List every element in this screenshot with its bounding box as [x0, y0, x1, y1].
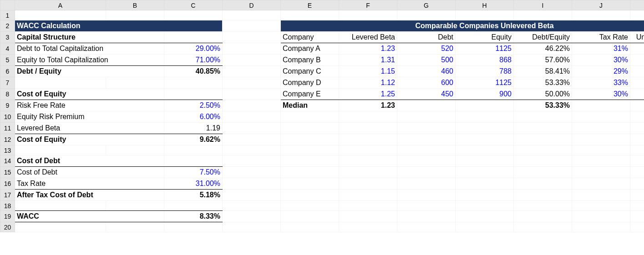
cell-h18[interactable] [456, 201, 514, 211]
comps-col-company[interactable]: Company [281, 32, 339, 43]
comp-a-ubeta[interactable]: 0.93 [630, 43, 644, 55]
cell-f20[interactable] [339, 222, 397, 232]
comp-e-debt[interactable]: 450 [397, 89, 456, 100]
median-de[interactable]: 53.33% [514, 100, 572, 111]
cell-j17[interactable] [572, 190, 630, 201]
cell-b13[interactable] [106, 145, 164, 155]
cell-f11[interactable] [339, 123, 397, 134]
wacc-label[interactable]: WACC [15, 211, 164, 222]
comp-b-de[interactable]: 57.60% [514, 55, 572, 66]
cell-g17[interactable] [397, 190, 456, 201]
comp-b-debt[interactable]: 500 [397, 55, 456, 66]
cell-j19[interactable] [572, 211, 630, 222]
cell-e19[interactable] [281, 211, 339, 222]
capstruct-heading[interactable]: Capital Structure [15, 32, 164, 43]
cell-h10[interactable] [456, 111, 514, 123]
cell-e14[interactable] [281, 155, 339, 167]
comp-b-tax[interactable]: 30% [572, 55, 630, 66]
cell-g11[interactable] [397, 123, 456, 134]
lb-label[interactable]: Levered Beta [15, 123, 164, 134]
row-header-3[interactable]: 3 [0, 32, 15, 43]
tax-val[interactable]: 31.00% [164, 178, 223, 190]
comp-d-debt[interactable]: 600 [397, 77, 456, 89]
cell-f16[interactable] [339, 178, 397, 190]
cell-a7[interactable] [15, 77, 106, 89]
cell-b20[interactable] [106, 222, 164, 232]
comp-e-equity[interactable]: 900 [456, 89, 514, 100]
cell-d16[interactable] [223, 178, 281, 190]
comp-e-name[interactable]: Company E [281, 89, 339, 100]
row-header-13[interactable]: 13 [0, 145, 15, 155]
col-header-h[interactable]: H [456, 0, 514, 10]
cell-i13[interactable] [514, 145, 572, 155]
cell-e17[interactable] [281, 190, 339, 201]
cell-h16[interactable] [456, 178, 514, 190]
comp-a-debt[interactable]: 520 [397, 43, 456, 55]
cell-i17[interactable] [514, 190, 572, 201]
comps-col-debt[interactable]: Debt [397, 32, 456, 43]
cell-f1[interactable] [339, 10, 397, 20]
row-header-8[interactable]: 8 [0, 89, 15, 100]
cell-j14[interactable] [572, 155, 630, 167]
cod-label[interactable]: Cost of Debt [15, 167, 164, 178]
cell-d17[interactable] [223, 190, 281, 201]
cell-k16[interactable] [630, 178, 644, 190]
comp-a-lbeta[interactable]: 1.23 [339, 43, 397, 55]
comp-d-de[interactable]: 53.33% [514, 77, 572, 89]
cell-h20[interactable] [456, 222, 514, 232]
row-header-1[interactable]: 1 [0, 10, 15, 20]
wacc-val[interactable]: 8.33% [164, 211, 223, 222]
cell-k15[interactable] [630, 167, 644, 178]
comps-title[interactable]: Comparable Companies Unlevered Beta [281, 20, 644, 32]
comps-col-lbeta[interactable]: Levered Beta [339, 32, 397, 43]
cell-f15[interactable] [339, 167, 397, 178]
row-header-11[interactable]: 11 [0, 123, 15, 134]
cell-j18[interactable] [572, 201, 630, 211]
cell-a1[interactable] [15, 10, 106, 20]
row-header-16[interactable]: 16 [0, 178, 15, 190]
wacc-title[interactable]: WACC Calculation [15, 20, 223, 32]
cell-j16[interactable] [572, 178, 630, 190]
coe-label[interactable]: Cost of Equity [15, 134, 164, 145]
rfr-val[interactable]: 2.50% [164, 100, 223, 111]
cell-d10[interactable] [223, 111, 281, 123]
comp-e-tax[interactable]: 30% [572, 89, 630, 100]
cell-h11[interactable] [456, 123, 514, 134]
cell-h19[interactable] [456, 211, 514, 222]
cell-h13[interactable] [456, 145, 514, 155]
comp-c-name[interactable]: Company C [281, 66, 339, 77]
atcod-val[interactable]: 5.18% [164, 190, 223, 201]
comp-b-name[interactable]: Company B [281, 55, 339, 66]
col-header-e[interactable]: E [281, 0, 339, 10]
cell-d5[interactable] [223, 55, 281, 66]
comp-d-lbeta[interactable]: 1.12 [339, 77, 397, 89]
cell-d6[interactable] [223, 66, 281, 77]
cell-j10[interactable] [572, 111, 630, 123]
cell-i15[interactable] [514, 167, 572, 178]
row-header-17[interactable]: 17 [0, 190, 15, 201]
cell-f13[interactable] [339, 145, 397, 155]
cell-e18[interactable] [281, 201, 339, 211]
median-ubeta[interactable]: 0.93 [630, 100, 644, 111]
cell-a13[interactable] [15, 145, 106, 155]
comp-e-ubeta[interactable]: 0.93 [630, 89, 644, 100]
cell-e11[interactable] [281, 123, 339, 134]
cell-g12[interactable] [397, 134, 456, 145]
cell-j12[interactable] [572, 134, 630, 145]
spreadsheet-grid[interactable]: A B C D E F G H I J K 1 2 WACC Calculati… [0, 0, 644, 232]
atcod-label[interactable]: After Tax Cost of Debt [15, 190, 164, 201]
row-header-10[interactable]: 10 [0, 111, 15, 123]
cell-d20[interactable] [223, 222, 281, 232]
cell-d8[interactable] [223, 89, 281, 100]
cell-g14[interactable] [397, 155, 456, 167]
cell-f12[interactable] [339, 134, 397, 145]
col-header-c[interactable]: C [164, 0, 223, 10]
cell-c7[interactable] [164, 77, 223, 89]
median-label[interactable]: Median [281, 100, 339, 111]
cell-d9[interactable] [223, 100, 281, 111]
cell-e20[interactable] [281, 222, 339, 232]
cell-i18[interactable] [514, 201, 572, 211]
cell-g1[interactable] [397, 10, 456, 20]
cell-g18[interactable] [397, 201, 456, 211]
cell-c14[interactable] [164, 155, 223, 167]
